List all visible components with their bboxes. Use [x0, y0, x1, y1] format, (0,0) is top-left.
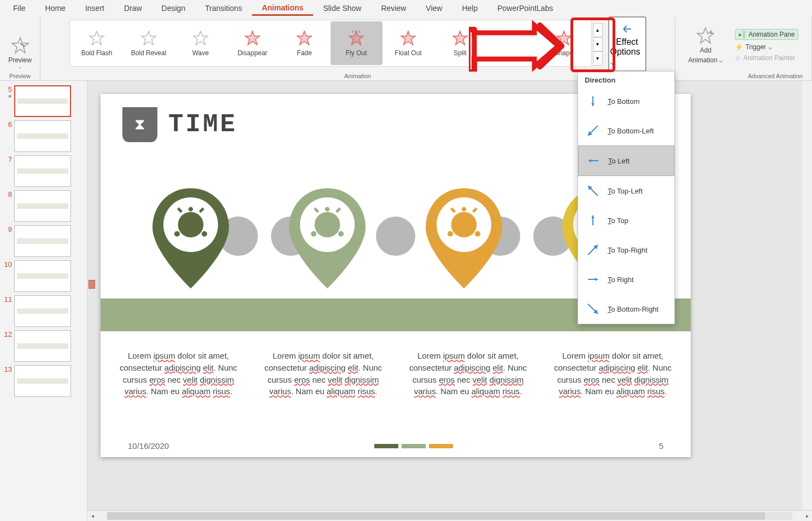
- menu-view[interactable]: View: [416, 2, 452, 15]
- anim-fade[interactable]: Fade: [279, 21, 331, 65]
- direction-label: To Left: [608, 157, 629, 165]
- anim-wave[interactable]: Wave: [175, 21, 227, 65]
- menu-bar: File Home Insert Draw Design Transitions…: [0, 0, 812, 16]
- direction-to-bottom[interactable]: To Bottom: [578, 86, 674, 116]
- thumb-preview: [14, 365, 71, 397]
- svg-text:+: +: [709, 27, 713, 36]
- menu-powerpointlabs[interactable]: PowerPointLabs: [487, 2, 563, 15]
- thumbnail-12[interactable]: 12: [3, 330, 84, 362]
- scroll-track[interactable]: [107, 512, 792, 520]
- direction-to-left[interactable]: To Left: [578, 145, 674, 176]
- hourglass-icon: ⧗: [122, 107, 157, 142]
- menu-transitions[interactable]: Transitions: [195, 2, 252, 15]
- arrow-icon: [586, 94, 600, 108]
- animation-pane-button[interactable]: ▸│Animation Pane: [735, 29, 798, 40]
- svg-marker-26: [595, 278, 598, 281]
- thumbnail-10[interactable]: 10: [3, 260, 84, 292]
- anim-float-out[interactable]: Float Out: [383, 21, 434, 65]
- text-columns: Lorem ipsum dolor sit amet, consectetur …: [101, 331, 691, 397]
- thumb-number: 6: [3, 120, 12, 128]
- timeline-pin: [417, 184, 510, 293]
- thumbnail-9[interactable]: 9: [3, 225, 84, 257]
- direction-label: To Right: [608, 276, 634, 284]
- thumbnail-7[interactable]: 7: [3, 155, 84, 187]
- anim-bold-flash[interactable]: Bold Flash: [71, 21, 123, 65]
- preview-button[interactable]: Preview ⌵: [4, 34, 36, 72]
- svg-marker-7: [401, 31, 415, 45]
- scroll-right-button[interactable]: ▸: [802, 513, 812, 519]
- thumb-number: 11: [3, 295, 12, 303]
- selection-handle[interactable]: [89, 280, 95, 289]
- scroll-left-button[interactable]: ◂: [87, 513, 97, 519]
- scroll-thumb[interactable]: [107, 512, 765, 520]
- gallery-down-button[interactable]: ▾: [593, 37, 603, 51]
- menu-home[interactable]: Home: [36, 2, 75, 15]
- anim-fly-out[interactable]: Fly Out: [331, 21, 383, 65]
- body-text-col: Lorem ipsum dolor sit amet, consectetur …: [408, 350, 528, 397]
- anim-bold-reveal[interactable]: Bold Reveal: [123, 21, 175, 65]
- effect-options-label1: Effect: [616, 37, 638, 47]
- thumbnail-11[interactable]: 11: [3, 295, 84, 327]
- effect-options-button[interactable]: Effect Options ⌵: [608, 16, 646, 72]
- menu-file[interactable]: File: [3, 2, 36, 15]
- slide-date: 10/16/2020: [128, 441, 169, 450]
- arrow-icon: [586, 154, 601, 168]
- svg-point-35: [189, 207, 193, 212]
- slide-editor[interactable]: ⧗ TIME Lorem ipsum dolor sit: [87, 81, 812, 521]
- svg-point-49: [462, 207, 466, 212]
- anim-label: Shape: [555, 49, 574, 57]
- menu-design[interactable]: Design: [152, 2, 196, 15]
- thumbnail-5[interactable]: 5★: [3, 85, 84, 117]
- menu-animations[interactable]: Animations: [252, 1, 313, 16]
- direction-to-top-right[interactable]: To Top-Right: [578, 235, 674, 265]
- preview-label: Preview: [8, 56, 32, 64]
- trigger-button[interactable]: ⚡Trigger ⌵: [735, 43, 798, 51]
- thumb-number: 10: [3, 260, 12, 268]
- slide-number: 5: [659, 441, 663, 450]
- direction-to-top[interactable]: To Top: [578, 206, 674, 235]
- menu-insert[interactable]: Insert: [75, 2, 114, 15]
- vertical-scrollbar[interactable]: [802, 81, 812, 510]
- map-pin-icon: [281, 184, 374, 293]
- thumb-preview: [14, 295, 71, 327]
- horizontal-scrollbar[interactable]: ◂ ▸: [87, 510, 812, 521]
- anim-wipe[interactable]: Wipe: [486, 21, 538, 65]
- arrow-icon: [586, 243, 600, 257]
- direction-to-top-left[interactable]: To Top-Left: [578, 176, 674, 206]
- svg-marker-1: [90, 31, 104, 45]
- star-icon: [399, 30, 417, 47]
- direction-title: Direction: [578, 72, 674, 86]
- svg-rect-39: [327, 223, 336, 227]
- anim-label: Split: [454, 49, 466, 57]
- direction-label: To Top-Left: [608, 187, 643, 195]
- animation-gallery[interactable]: Bold FlashBold RevealWaveDisappearFadeFl…: [69, 20, 592, 67]
- progress-bars: [374, 444, 453, 448]
- thumb-preview: [14, 190, 71, 222]
- svg-marker-10: [557, 31, 571, 45]
- menu-review[interactable]: Review: [371, 2, 416, 15]
- menu-help[interactable]: Help: [452, 2, 487, 15]
- menu-slideshow[interactable]: Slide Show: [313, 2, 371, 15]
- gallery-up-button[interactable]: ▴: [593, 23, 603, 37]
- gallery-more-button[interactable]: ▾: [593, 51, 603, 66]
- thumbnail-6[interactable]: 6: [3, 120, 84, 152]
- add-animation-button[interactable]: + Add Animation ⌵: [684, 25, 728, 66]
- direction-to-right[interactable]: To Right: [578, 265, 674, 294]
- svg-point-41: [338, 231, 344, 237]
- anim-disappear[interactable]: Disappear: [227, 21, 279, 65]
- animation-painter-button[interactable]: ☆Animation Painter: [735, 54, 798, 62]
- thumbnail-8[interactable]: 8: [3, 190, 84, 222]
- timeline-pin: [281, 184, 374, 293]
- thumb-preview: [14, 330, 71, 362]
- menu-draw[interactable]: Draw: [114, 2, 152, 15]
- anim-shape[interactable]: Shape: [538, 21, 590, 65]
- gallery-scroll: ▴ ▾ ▾: [593, 23, 603, 66]
- direction-to-bottom-right[interactable]: To Bottom-Right: [578, 294, 674, 324]
- anim-split[interactable]: Split: [434, 21, 486, 65]
- slide-footer: 10/16/2020 5: [101, 441, 691, 450]
- svg-marker-22: [591, 215, 595, 218]
- thumbnail-panel[interactable]: 5★678910111213: [0, 81, 87, 521]
- direction-to-bottom-left[interactable]: To Bottom-Left: [578, 116, 674, 145]
- advanced-col: ▸│Animation Pane ⚡Trigger ⌵ ☆Animation P…: [731, 27, 803, 64]
- thumbnail-13[interactable]: 13: [3, 365, 84, 397]
